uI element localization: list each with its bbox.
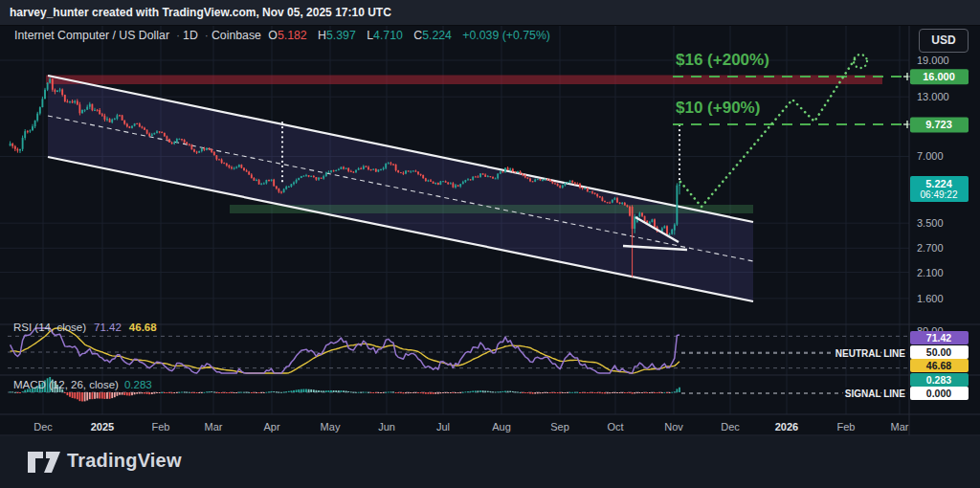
macd-histogram-bar	[139, 392, 141, 393]
month-label: Mar	[205, 421, 223, 433]
month-label: Sep	[550, 421, 569, 433]
candle-body	[562, 186, 564, 188]
candle-body	[251, 175, 253, 178]
macd-histogram-bar	[397, 392, 399, 393]
month-label: Mar	[891, 421, 909, 433]
macd-histogram-bar	[590, 392, 591, 393]
candle-body	[453, 183, 455, 187]
macd-histogram-bar	[206, 391, 208, 392]
candle-body	[490, 176, 492, 177]
price-tick-label: 13.000	[917, 91, 949, 102]
candle-body	[248, 172, 250, 175]
candle-body	[204, 148, 206, 150]
macd-histogram-bar	[582, 392, 584, 393]
macd-histogram-bar	[607, 392, 609, 393]
candle-body	[447, 183, 449, 184]
price-target-10-annotation[interactable]: $10 (+90%)	[676, 99, 760, 118]
candle-body	[288, 187, 290, 188]
candle-body	[529, 179, 531, 182]
candle-body	[577, 184, 579, 185]
candle-body	[126, 123, 128, 126]
macd-histogram-bar	[552, 392, 554, 393]
macd-histogram-bar	[400, 392, 402, 393]
legend-separator: ·	[176, 29, 180, 42]
candle-body	[532, 181, 534, 182]
macd-histogram-bar	[529, 392, 531, 393]
currency-usd-button[interactable]: USD	[919, 29, 969, 53]
tradingview-logo-icon[interactable]	[27, 451, 61, 474]
candle-body	[405, 170, 407, 173]
macd-histogram-bar	[114, 392, 116, 397]
symbol-exchange[interactable]: Coinbase	[212, 29, 261, 42]
price-target-16-annotation[interactable]: $16 (+200%)	[676, 51, 769, 70]
macd-histogram-bar	[534, 392, 536, 394]
macd-histogram-bar	[77, 392, 78, 399]
candle-body	[632, 207, 634, 229]
candle-body	[428, 180, 430, 181]
candle-body	[67, 101, 69, 102]
macd-histogram-bar	[109, 392, 111, 399]
candle-body	[482, 173, 484, 174]
macd-histogram-bar	[296, 389, 298, 392]
candle-body	[271, 180, 273, 181]
candle-body	[235, 166, 237, 167]
candle-body	[310, 176, 312, 177]
year-label: 2026	[775, 421, 798, 433]
candle-body	[512, 168, 514, 171]
candle-body	[434, 183, 436, 184]
symbol-interval[interactable]: 1D	[183, 29, 198, 42]
macd-histogram-bar	[591, 392, 593, 393]
candle-body	[303, 176, 305, 177]
macd-indicator-legend[interactable]: MACD (12, 26, close)0.283	[13, 379, 152, 390]
candle-body	[442, 181, 444, 182]
macd-histogram-bar	[457, 392, 459, 393]
candle-body	[522, 174, 523, 176]
macd-histogram-bar	[126, 392, 128, 395]
symbol-title[interactable]: Internet Computer / US Dollar	[14, 29, 169, 42]
month-label: Feb	[152, 421, 170, 433]
candle-body	[101, 114, 103, 115]
symbol-legend[interactable]: Internet Computer / US Dollar·1D·Coinbas…	[14, 29, 554, 42]
candle-body	[201, 148, 203, 151]
candle-body	[196, 152, 198, 153]
macd-histogram-bar	[333, 390, 335, 392]
macd-histogram-bar	[632, 392, 634, 394]
candle-body	[42, 99, 44, 107]
candle-body	[507, 167, 509, 169]
tradingview-brand-text[interactable]: TradingView	[67, 450, 182, 472]
macd-histogram-bar	[420, 392, 422, 393]
macd-histogram-bar	[442, 392, 444, 393]
macd-histogram-bar	[644, 392, 646, 393]
macd-histogram-bar	[72, 392, 74, 398]
macd-histogram-bar	[223, 392, 225, 393]
month-label: Feb	[837, 421, 856, 433]
chart-canvas[interactable]: NEUTRAL LINESIGNAL LINE19.00013.0007.000…	[0, 0, 980, 488]
ohlc-high: H5.397	[318, 29, 360, 42]
macd-histogram-bar	[465, 391, 467, 392]
candle-body	[254, 178, 256, 181]
macd-histogram-bar	[99, 392, 100, 399]
resistance-zone-16[interactable]	[46, 76, 882, 85]
macd-histogram-bar	[325, 390, 327, 392]
candle-body	[22, 138, 24, 149]
macd-histogram-bar	[495, 391, 497, 392]
candle-body	[142, 126, 144, 127]
rsi-indicator-legend[interactable]: RSI (14, close)71.4246.68	[13, 322, 157, 333]
macd-histogram-bar	[144, 392, 145, 393]
macd-histogram-bar	[524, 392, 526, 393]
macd-histogram-bar	[649, 392, 651, 393]
tradingview-chart-window: NEUTRAL LINESIGNAL LINE19.00013.0007.000…	[0, 0, 980, 488]
macd-histogram-bar	[478, 390, 479, 392]
macd-histogram-bar	[664, 392, 666, 393]
macd-histogram-bar	[417, 392, 419, 393]
descending-channel-fill[interactable]	[48, 76, 753, 301]
line-label-text: SIGNAL LINE	[845, 388, 905, 399]
macd-histogram-bar	[540, 392, 542, 393]
candle-body	[341, 167, 343, 169]
candle-body	[72, 101, 74, 102]
candle-body	[325, 173, 327, 177]
macd-histogram-bar	[428, 392, 430, 394]
candle-body	[591, 191, 593, 192]
candle-body	[159, 131, 161, 132]
rsi-ma-value: 46.68	[129, 322, 157, 333]
